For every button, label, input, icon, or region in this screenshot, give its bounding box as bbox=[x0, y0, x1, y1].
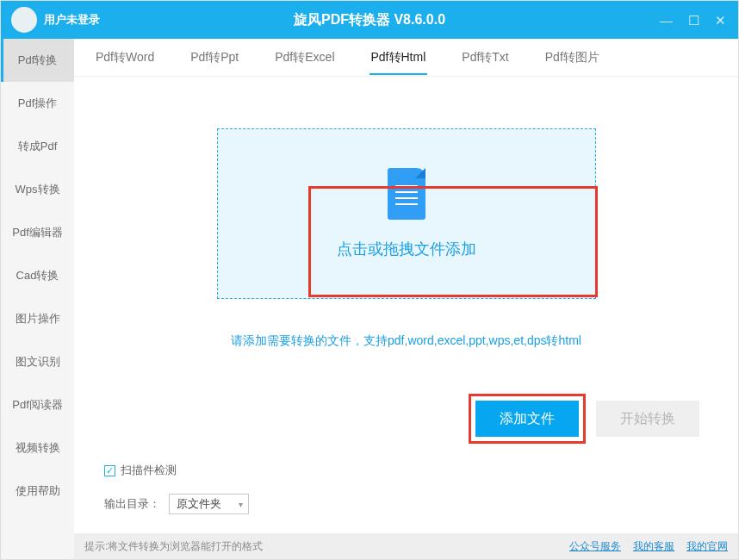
avatar[interactable] bbox=[11, 7, 37, 33]
sidebar-item-video-convert[interactable]: 视频转换 bbox=[1, 426, 74, 470]
tab-pdf-to-html[interactable]: Pdf转Html bbox=[371, 41, 426, 74]
options: ✓ 扫描件检测 输出目录： 原文件夹 ▾ bbox=[91, 463, 721, 514]
sidebar: Pdf转换 Pdf操作 转成Pdf Wps转换 Pdf编辑器 Cad转换 图片操… bbox=[1, 39, 74, 559]
user-status[interactable]: 用户未登录 bbox=[44, 12, 100, 28]
add-file-button[interactable]: 添加文件 bbox=[475, 401, 579, 437]
output-dir-value: 原文件夹 bbox=[177, 496, 221, 512]
minimize-icon[interactable]: — bbox=[660, 14, 673, 27]
dropzone-text: 点击或拖拽文件添加 bbox=[337, 239, 476, 259]
sidebar-item-wps-convert[interactable]: Wps转换 bbox=[1, 168, 74, 211]
footer-link-website[interactable]: 我的官网 bbox=[686, 539, 728, 554]
titlebar: 用户未登录 旋风PDF转换器 V8.6.0.0 — ☐ ✕ bbox=[1, 1, 738, 39]
footer-tip: 提示:将文件转换为浏览器能打开的格式 bbox=[84, 539, 263, 554]
sidebar-item-help[interactable]: 使用帮助 bbox=[1, 470, 74, 513]
close-icon[interactable]: ✕ bbox=[715, 14, 726, 27]
scan-detect-label: 扫描件检测 bbox=[121, 463, 177, 478]
chevron-down-icon: ▾ bbox=[239, 500, 243, 509]
sidebar-item-pdf-convert[interactable]: Pdf转换 bbox=[1, 39, 74, 82]
output-dir-label: 输出目录： bbox=[104, 496, 160, 512]
sidebar-item-to-pdf[interactable]: 转成Pdf bbox=[1, 125, 74, 168]
maximize-icon[interactable]: ☐ bbox=[688, 14, 699, 27]
output-dir-select[interactable]: 原文件夹 ▾ bbox=[169, 494, 249, 514]
sidebar-item-pdf-operate[interactable]: Pdf操作 bbox=[1, 82, 74, 125]
sidebar-item-pdf-editor[interactable]: Pdf编辑器 bbox=[1, 211, 74, 254]
tab-pdf-to-word[interactable]: Pdf转Word bbox=[96, 41, 154, 74]
hint-text: 请添加需要转换的文件，支持pdf,word,excel,ppt,wps,et,d… bbox=[91, 333, 721, 349]
document-icon bbox=[388, 168, 425, 220]
tab-pdf-to-txt[interactable]: Pdf转Txt bbox=[462, 41, 508, 74]
window-controls: — ☐ ✕ bbox=[660, 14, 738, 27]
sidebar-item-ocr[interactable]: 图文识别 bbox=[1, 340, 74, 383]
checkbox-icon: ✓ bbox=[104, 465, 115, 476]
sidebar-item-cad-convert[interactable]: Cad转换 bbox=[1, 254, 74, 297]
start-convert-button[interactable]: 开始转换 bbox=[596, 401, 699, 437]
footer-link-wechat[interactable]: 公众号服务 bbox=[569, 539, 621, 554]
scan-detect-checkbox[interactable]: ✓ 扫描件检测 bbox=[104, 463, 721, 478]
footer: 提示:将文件转换为浏览器能打开的格式 公众号服务 我的客服 我的官网 bbox=[74, 533, 738, 559]
footer-link-support[interactable]: 我的客服 bbox=[633, 539, 674, 554]
sidebar-item-image-operate[interactable]: 图片操作 bbox=[1, 297, 74, 340]
app-title: 旋风PDF转换器 V8.6.0.0 bbox=[294, 11, 445, 29]
tab-pdf-to-excel[interactable]: Pdf转Excel bbox=[275, 41, 334, 74]
content: 点击或拖拽文件添加 请添加需要转换的文件，支持pdf,word,excel,pp… bbox=[74, 77, 738, 533]
main: Pdf转Word Pdf转Ppt Pdf转Excel Pdf转Html Pdf转… bbox=[74, 39, 738, 559]
app-window: 用户未登录 旋风PDF转换器 V8.6.0.0 — ☐ ✕ Pdf转换 Pdf操… bbox=[0, 0, 739, 560]
dropzone[interactable]: 点击或拖拽文件添加 bbox=[217, 128, 596, 299]
sidebar-item-pdf-reader[interactable]: Pdf阅读器 bbox=[1, 383, 74, 426]
tab-pdf-to-ppt[interactable]: Pdf转Ppt bbox=[190, 41, 239, 74]
tabs: Pdf转Word Pdf转Ppt Pdf转Excel Pdf转Html Pdf转… bbox=[74, 39, 738, 77]
tab-pdf-to-image[interactable]: Pdf转图片 bbox=[545, 41, 599, 74]
button-row: 添加文件 开始转换 bbox=[91, 401, 721, 437]
